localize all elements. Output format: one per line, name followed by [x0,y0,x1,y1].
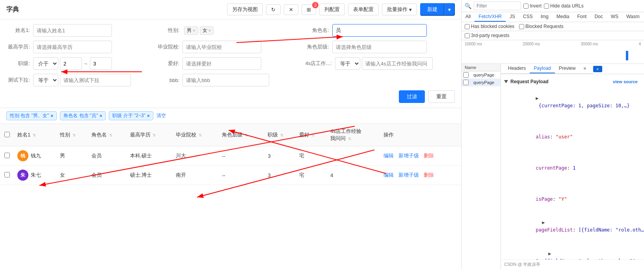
tab-img[interactable]: Img [537,12,553,22]
tab-all[interactable]: All [462,12,475,22]
sort-education-icon[interactable]: ⇅ [153,133,156,137]
clear-all-button[interactable]: 清空 [156,112,166,119]
tab-js[interactable]: JS [506,12,519,22]
row-0-check[interactable] [4,153,10,158]
hide-urls-checkbox[interactable] [544,4,549,9]
th-role-level: 角色层级 ⇅ [219,124,265,146]
network-row-0[interactable]: queryPage [462,71,501,79]
blocked-requests-checkbox[interactable] [519,24,524,29]
payload-tabs-row: Headers Payload Preview » × [501,64,644,74]
tab-payload[interactable]: Payload [530,64,555,73]
tag-female-close[interactable]: × [208,28,211,33]
layers-badge: 3 [312,2,318,8]
column-config-button[interactable]: 列配置 [319,4,345,15]
select-4s-op[interactable]: 等于 [335,57,360,70]
filter-col-education: 最高学历: [6,41,156,53]
payload-content: Request Payload view source ▶ {currentPa… [501,74,644,260]
toggle-item0[interactable]: ▶ [548,251,551,256]
row-0-rank: 3 [264,146,296,166]
input-rank-max[interactable] [90,57,112,70]
edit-button-0[interactable]: 编辑 [383,153,394,159]
select-rank-op[interactable]: 介于 [33,57,58,70]
tab-wasm[interactable]: Wasm [622,12,644,22]
input-test[interactable] [60,74,131,86]
label-education: 最高学历: [6,43,30,50]
save-view-button[interactable]: 另存为视图 [227,4,263,15]
timeline-bar [626,51,628,60]
payload-tabs: Headers Payload Preview » [501,64,593,74]
input-name[interactable] [33,24,112,37]
new-label: 新建 [427,6,437,12]
toggle-pageFieldList[interactable]: ▶ [542,220,545,225]
label-role: 角色名: [305,27,329,34]
row-1-check[interactable] [4,172,10,177]
input-role-level[interactable] [332,41,427,53]
add-child-button-0[interactable]: 新增子级 [398,153,419,159]
network-row-1[interactable]: queryPage [462,79,501,86]
tab-media[interactable]: Media [553,12,573,22]
row-0-net-check[interactable] [463,72,469,78]
close-request-button[interactable]: × [593,66,602,72]
devtools-filter-input[interactable] [474,2,521,10]
sort-gender-icon[interactable]: ⇅ [73,133,76,137]
input-education[interactable] [33,41,112,53]
has-blocked-checkbox[interactable] [465,24,470,29]
invert-checkbox[interactable] [523,4,529,9]
active-filter-1-close[interactable]: × [99,113,102,119]
sort-4s-icon[interactable]: ⇅ [348,136,351,141]
filter-col-rank: 职级: 介于 ~ [6,57,156,70]
batch-button[interactable]: 批量操作 ▾ [382,4,417,15]
network-split: Name queryPage queryPage Headers Payload… [462,64,644,269]
view-source-link[interactable]: view source [610,78,641,86]
reset-button[interactable]: 重置 [428,90,455,103]
input-4s[interactable] [362,57,433,70]
refresh-button[interactable]: ↻ [266,4,281,15]
edit-button-1[interactable]: 编辑 [383,172,394,178]
sort-rank-icon[interactable]: ⇅ [280,133,283,137]
tab-headers[interactable]: Headers [504,64,530,73]
th-role: 角色名 ⇅ [88,124,127,146]
new-button-group: 新建 ▾ [420,3,455,16]
input-school[interactable] [182,41,261,53]
input-bbb[interactable] [182,74,269,86]
input-hobby[interactable] [182,57,261,70]
active-filter-2-close[interactable]: × [147,113,150,119]
th-gender: 性别 ⇅ [57,124,88,146]
filter-button[interactable]: 过滤 [399,90,425,103]
tag-male-close[interactable]: × [193,28,195,33]
toggle-payload[interactable] [504,80,508,83]
active-filter-0-close[interactable]: × [50,113,53,119]
tree-alias: alias: "user" [501,118,644,149]
sort-role-level-icon[interactable]: ⇅ [245,133,248,137]
add-child-button-1[interactable]: 新增子级 [398,172,419,178]
th-rank: 职级 ⇅ [264,124,296,146]
new-button[interactable]: 新建 [420,3,445,16]
sort-name-icon[interactable]: ⇅ [33,133,36,137]
input-role[interactable] [332,24,427,37]
third-party-checkbox[interactable] [465,33,470,38]
sort-role-icon[interactable]: ⇅ [109,133,112,137]
tab-css[interactable]: CSS [519,12,537,22]
layers-badge-wrapper: ⊞ 3 [302,4,316,15]
new-dropdown-button[interactable]: ▾ [445,3,455,16]
tab-fetchxhr[interactable]: Fetch/XHR [475,12,506,22]
close-button[interactable]: ✕ [284,4,298,15]
input-rank-min[interactable] [60,57,82,70]
select-test-op[interactable]: 等于 [33,74,58,86]
tab-font[interactable]: Font [573,12,590,22]
sort-hobby-icon[interactable]: ⇅ [311,133,315,137]
label-bbb: bbb: [156,77,179,83]
form-config-button[interactable]: 表单配置 [348,4,379,15]
tab-doc[interactable]: Doc [590,12,607,22]
tree-root-toggle[interactable]: ▶ [536,95,538,101]
sort-school-icon[interactable]: ⇅ [199,133,202,137]
tab-more2[interactable]: » [579,64,590,73]
tab-preview[interactable]: Preview [555,64,580,73]
delete-button-0[interactable]: 删除 [424,153,434,159]
select-all-checkbox[interactable] [4,132,10,137]
row-1-net-check[interactable] [463,80,469,85]
tab-ws[interactable]: WS [607,12,622,22]
delete-button-1[interactable]: 删除 [424,172,434,178]
row-0-name: 钱 钱九 [14,146,57,166]
devtools-checkboxes-2: 3rd-party requests [462,31,644,40]
